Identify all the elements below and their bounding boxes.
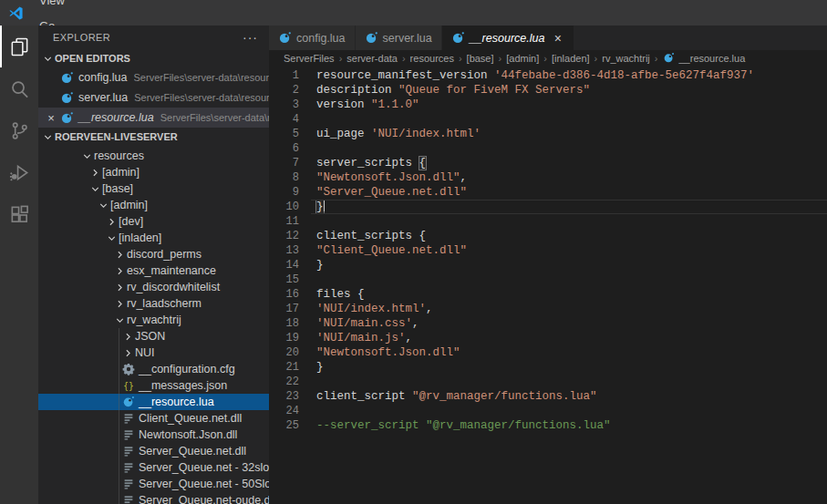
- line-number: 24: [269, 404, 299, 418]
- line-number: 21: [269, 360, 299, 375]
- tree-item-rv-laadscherm[interactable]: rv_laadscherm: [38, 295, 269, 312]
- open-editors-header[interactable]: OPEN EDITORS: [38, 49, 269, 67]
- tree-item-admin[interactable]: [admin]: [38, 197, 269, 213]
- breadcrumb-item-resources[interactable]: resources: [409, 53, 455, 64]
- breadcrumb-item-resource-lua[interactable]: __resource.lua: [677, 53, 746, 64]
- chevron-right-icon: [121, 346, 135, 360]
- run-debug-icon[interactable]: [0, 151, 38, 193]
- code-line-12[interactable]: 12client_scripts {: [269, 229, 827, 243]
- tree-item-server-queue-net-32slots-dll[interactable]: Server_Queue.net - 32slots.dll: [38, 459, 269, 476]
- tree-item-esx-maintenance[interactable]: esx_maintenance: [38, 262, 269, 279]
- tab-config-lua[interactable]: config.lua: [269, 26, 356, 50]
- tree-item-admin[interactable]: [admin]: [38, 164, 269, 180]
- tree-item-label: rv_wachtrij: [127, 314, 181, 326]
- code-line-24[interactable]: 24: [269, 404, 827, 418]
- tree-item-server-queue-net-oude-dll[interactable]: Server_Queue.net-oude.dll: [38, 492, 269, 504]
- tree-item-client-queue-net-dll[interactable]: Client_Queue.net.dll: [38, 410, 269, 427]
- line-number: 17: [269, 302, 299, 316]
- tab-resource-lua[interactable]: __resource.lua×: [442, 26, 575, 50]
- line-number: 10: [269, 200, 299, 214]
- search-icon[interactable]: [0, 67, 38, 109]
- line-text: "Client_Queue.net.dll": [316, 243, 467, 258]
- file-path: ServerFiles\server-data\resour...: [160, 112, 269, 123]
- code-line-22[interactable]: 22: [269, 375, 827, 389]
- tree-item-server-queue-net-50slots-dll[interactable]: Server_Queue.net - 50Slots.dll: [38, 476, 269, 492]
- tree-item-configuration-cfg[interactable]: __configuration.cfg: [38, 361, 269, 377]
- breadcrumb-item-base[interactable]: [base]: [466, 53, 495, 64]
- code-line-13[interactable]: 13"Client_Queue.net.dll": [269, 243, 827, 258]
- code-line-18[interactable]: 18'NUI/main.css',: [269, 316, 827, 331]
- chevron-down-icon: [97, 199, 110, 212]
- tree-item-label: esx_maintenance: [127, 264, 216, 277]
- tree-item-resource-lua[interactable]: __resource.lua: [38, 394, 269, 410]
- line-text: "Newtonsoft.Json.dll": [316, 345, 460, 360]
- source-control-icon[interactable]: [0, 109, 38, 151]
- breadcrumb-item-admin[interactable]: [admin]: [505, 53, 540, 64]
- files-icon[interactable]: [0, 26, 38, 67]
- tree-item-label: Server_Queue.net - 32slots.dll: [139, 461, 269, 474]
- code-line-6[interactable]: 6: [269, 141, 827, 156]
- tree-item-label: rv_laadscherm: [127, 297, 202, 310]
- open-editor-server-lua[interactable]: server.luaServerFiles\server-data\resour…: [38, 87, 269, 108]
- line-number: 23: [269, 389, 299, 404]
- tree-item-inladen[interactable]: [inladen]: [38, 230, 269, 246]
- code-editor[interactable]: 1resource_manifest_version '44febabe-d38…: [269, 66, 827, 504]
- file-name: __resource.lua: [78, 111, 154, 124]
- tree-item-rv-wachtrij[interactable]: rv_wachtrij: [38, 312, 269, 328]
- tree-item-label: Server_Queue.net - 50Slots.dll: [139, 478, 269, 490]
- breadcrumb-item-rv-wachtrij[interactable]: rv_wachtrij: [601, 53, 651, 64]
- indent-guide: [119, 345, 119, 361]
- tree-item-server-queue-net-dll[interactable]: Server_Queue.net.dll: [38, 443, 269, 459]
- tree-item-newtonsoft-json-dll[interactable]: Newtonsoft.Json.dll: [38, 427, 269, 443]
- workspace-header[interactable]: ROERVEEN-LIVESERVER: [38, 128, 269, 146]
- code-line-5[interactable]: 5ui_page 'NUI/index.html': [269, 127, 827, 141]
- tree-item-base[interactable]: [base]: [38, 180, 269, 197]
- open-editor-resource-lua[interactable]: ×__resource.luaServerFiles\server-data\r…: [38, 108, 269, 128]
- tree-item-dev[interactable]: [dev]: [38, 213, 269, 230]
- code-line-25[interactable]: 25--server_script "@rv_manager/functions…: [269, 418, 827, 433]
- indent-guide: [119, 427, 119, 443]
- code-line-21[interactable]: 21}: [269, 360, 827, 375]
- code-line-10[interactable]: 10}: [269, 200, 827, 214]
- line-text: files {: [316, 287, 365, 302]
- line-number: 14: [269, 258, 299, 273]
- tree-item-discord-perms[interactable]: discord_perms: [38, 246, 269, 262]
- svg-text:{}: {}: [123, 381, 134, 391]
- code-line-23[interactable]: 23client_script "@rv_manager/functions.l…: [269, 389, 827, 404]
- code-line-20[interactable]: 20"Newtonsoft.Json.dll": [269, 345, 827, 360]
- close-icon[interactable]: ×: [44, 111, 58, 125]
- text-cursor: [324, 200, 326, 211]
- breadcrumb[interactable]: ServerFiles›server-data›resources›[base]…: [269, 50, 827, 66]
- tree-item-messages-json[interactable]: {}__messages.json: [38, 377, 269, 394]
- code-line-17[interactable]: 17'NUI/index.html',: [269, 302, 827, 316]
- indent-guide: [119, 492, 119, 504]
- code-line-7[interactable]: 7server_scripts {: [269, 156, 827, 170]
- extensions-icon[interactable]: [0, 193, 38, 235]
- tree-item-resources[interactable]: resources: [38, 148, 269, 164]
- code-line-16[interactable]: 16files {: [269, 287, 827, 302]
- file-path: ServerFiles\server-data\resources\[...: [134, 92, 269, 103]
- menu-view[interactable]: View: [31, 0, 96, 13]
- code-line-14[interactable]: 14}: [269, 258, 827, 273]
- breadcrumb-item-inladen[interactable]: [inladen]: [551, 53, 591, 64]
- code-line-11[interactable]: 11: [269, 214, 827, 229]
- close-icon[interactable]: ×: [551, 31, 564, 46]
- code-line-19[interactable]: 19'NUI/main.js',: [269, 331, 827, 345]
- tab-server-lua[interactable]: server.lua: [356, 26, 442, 50]
- open-editor-config-lua[interactable]: config.luaServerFiles\server-data\resour…: [38, 67, 269, 87]
- code-line-15[interactable]: 15: [269, 273, 827, 287]
- line-text: 'NUI/main.css',: [316, 316, 419, 331]
- tree-item-nui[interactable]: NUI: [38, 345, 269, 361]
- more-actions-icon[interactable]: ···: [243, 30, 258, 45]
- code-line-1[interactable]: 1resource_manifest_version '44febabe-d38…: [269, 68, 827, 83]
- code-line-3[interactable]: 3version "1.1.0": [269, 98, 827, 112]
- code-line-4[interactable]: 4: [269, 112, 827, 127]
- dll-icon: [121, 428, 135, 442]
- code-line-8[interactable]: 8"Newtonsoft.Json.dll",: [269, 170, 827, 185]
- tree-item-json[interactable]: JSON: [38, 328, 269, 345]
- tree-item-rv-discordwhitelist[interactable]: rv_discordwhitelist: [38, 279, 269, 295]
- code-line-9[interactable]: 9"Server_Queue.net.dll": [269, 185, 827, 200]
- breadcrumb-item-server-data[interactable]: server-data: [346, 53, 398, 64]
- breadcrumb-item-serverfiles[interactable]: ServerFiles: [283, 53, 336, 64]
- code-line-2[interactable]: 2description "Queue for FiveM FX Servers…: [269, 83, 827, 98]
